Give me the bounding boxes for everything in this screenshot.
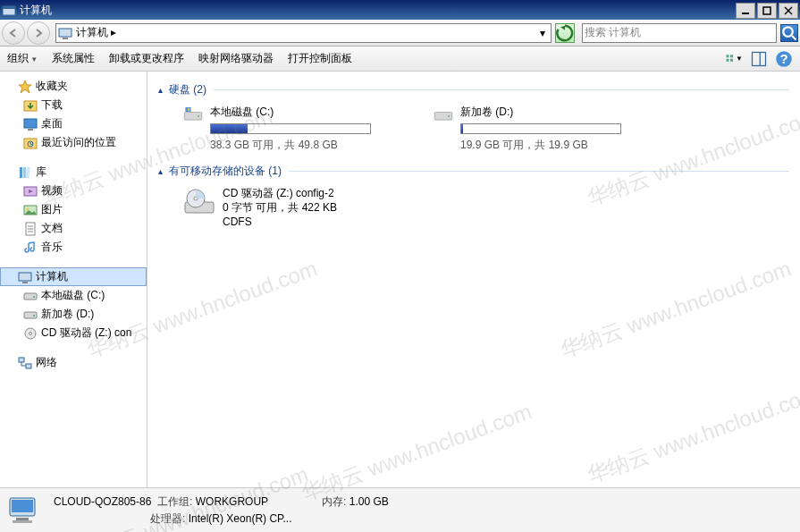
removable-line2: 0 字节 可用，共 422 KB	[223, 200, 337, 215]
sidebar-computer[interactable]: 计算机	[0, 267, 147, 286]
address-bar[interactable]: 计算机 ▸ ▾	[55, 23, 552, 43]
app-icon	[2, 4, 16, 18]
group-label: 有可移动存储的设备 (1)	[169, 164, 282, 179]
sidebar-item-pictures[interactable]: 图片	[0, 200, 147, 219]
svg-point-38	[33, 315, 35, 317]
refresh-button[interactable]	[555, 23, 575, 43]
drive-icon	[23, 289, 38, 303]
details-pane: CLOUD-QOZ805-86 工作组: WORKGROUP 内存: 1.00 …	[0, 487, 800, 532]
sidebar-item-label: 计算机	[36, 269, 68, 284]
command-bar: 组织 系统属性 卸载或更改程序 映射网络驱动器 打开控制面板 ▼ ?	[0, 46, 800, 72]
drive-icon	[23, 308, 38, 322]
sidebar-network[interactable]: 网络	[0, 353, 147, 372]
breadcrumb-dropdown-icon[interactable]: ▾	[536, 27, 549, 39]
documents-icon	[23, 222, 38, 236]
forward-button[interactable]	[27, 21, 50, 45]
drive-name: 新加卷 (D:)	[460, 105, 621, 120]
close-button[interactable]	[779, 3, 798, 19]
svg-rect-55	[13, 520, 32, 523]
status-memory: 1.00 GB	[349, 495, 389, 508]
svg-point-40	[29, 332, 32, 334]
downloads-icon	[23, 98, 38, 113]
drive-local-c[interactable]: 本地磁盘 (C:) 38.3 GB 可用，共 49.8 GB	[183, 105, 371, 153]
maximize-button[interactable]	[757, 3, 777, 19]
svg-rect-1	[3, 6, 15, 9]
svg-point-44	[198, 115, 199, 117]
svg-rect-25	[26, 167, 30, 178]
sidebar-item-documents[interactable]: 文档	[0, 219, 147, 238]
computer-large-icon	[7, 493, 43, 528]
sidebar-item-desktop[interactable]: 桌面	[0, 114, 147, 133]
cd-drive-icon	[23, 326, 38, 341]
cd-drive-icon	[183, 186, 215, 218]
sidebar-item-label: CD 驱动器 (Z:) con	[41, 325, 131, 341]
svg-rect-23	[20, 167, 22, 178]
sidebar-item-recent[interactable]: 最近访问的位置	[0, 133, 147, 152]
svg-rect-34	[22, 282, 28, 283]
window-controls	[736, 3, 798, 19]
sidebar-item-cd-drive-z[interactable]: CD 驱动器 (Z:) con	[0, 324, 147, 342]
search-input[interactable]: 搜索 计算机	[582, 23, 777, 43]
drive-cd-z[interactable]: CD 驱动器 (Z:) config-2 0 字节 可用，共 422 KB CD…	[183, 186, 789, 229]
sidebar-item-label: 库	[36, 165, 46, 180]
content-pane: ▴ 硬盘 (2) 本地磁盘 (C:) 38.3 GB 可用，共 49.8 GB …	[147, 72, 800, 487]
svg-point-48	[448, 115, 450, 117]
group-label: 硬盘 (2)	[169, 82, 206, 97]
svg-rect-46	[188, 108, 189, 110]
preview-pane-icon[interactable]	[750, 50, 768, 68]
organize-menu[interactable]: 组织	[7, 51, 38, 66]
music-icon	[23, 241, 38, 255]
cpu-label: 处理器:	[150, 512, 185, 525]
sidebar-favorites[interactable]: 收藏夹	[0, 77, 147, 96]
status-workgroup: WORKGROUP	[196, 495, 268, 508]
videos-icon	[23, 184, 38, 198]
sidebar-item-music[interactable]: 音乐	[0, 238, 147, 257]
sidebar-item-label: 桌面	[41, 116, 63, 131]
search-placeholder: 搜索 计算机	[585, 25, 774, 40]
group-header-removable[interactable]: ▴ 有可移动存储的设备 (1)	[158, 164, 789, 179]
svg-text:?: ?	[779, 51, 787, 66]
svg-rect-24	[23, 167, 26, 178]
svg-rect-14	[753, 52, 766, 65]
sidebar-item-label: 图片	[41, 202, 63, 217]
title-bar: 计算机	[0, 0, 800, 20]
capacity-bar	[210, 123, 371, 134]
status-cpu: Intel(R) Xeon(R) CP...	[189, 512, 292, 525]
memory-label: 内存:	[322, 495, 346, 508]
status-hostname: CLOUD-QOZ805-86	[54, 495, 151, 508]
collapse-icon[interactable]: ▴	[158, 85, 169, 95]
group-header-hdd[interactable]: ▴ 硬盘 (2)	[158, 82, 789, 97]
divider	[289, 171, 789, 172]
map-network-drive-button[interactable]: 映射网络驱动器	[198, 51, 274, 66]
view-options-icon[interactable]: ▼	[725, 50, 743, 68]
sidebar-item-local-disk-c[interactable]: 本地磁盘 (C:)	[0, 286, 147, 305]
drive-stats: 38.3 GB 可用，共 49.8 GB	[210, 138, 371, 153]
help-icon[interactable]: ?	[775, 50, 793, 68]
divider	[214, 89, 789, 90]
sidebar-item-downloads[interactable]: 下载	[0, 96, 147, 114]
open-control-panel-button[interactable]: 打开控制面板	[288, 51, 352, 66]
sidebar-item-label: 视频	[41, 183, 63, 198]
navigation-bar: 计算机 ▸ ▾ 搜索 计算机	[0, 20, 800, 46]
svg-rect-37	[24, 312, 37, 318]
search-button[interactable]	[780, 24, 798, 42]
drive-new-volume-d[interactable]: 新加卷 (D:) 19.9 GB 可用，共 19.9 GB	[434, 105, 621, 153]
collapse-icon[interactable]: ▴	[158, 166, 169, 176]
minimize-button[interactable]	[736, 3, 755, 19]
svg-rect-53	[12, 500, 33, 512]
recent-icon	[23, 136, 38, 150]
system-properties-button[interactable]: 系统属性	[52, 51, 95, 66]
sidebar-libraries[interactable]: 库	[0, 163, 147, 182]
sidebar-item-new-volume-d[interactable]: 新加卷 (D:)	[0, 305, 147, 324]
uninstall-programs-button[interactable]: 卸载或更改程序	[109, 51, 184, 66]
drive-icon	[183, 105, 203, 137]
drive-name: 本地磁盘 (C:)	[210, 105, 371, 120]
sidebar-item-videos[interactable]: 视频	[0, 182, 147, 200]
breadcrumb-text: 计算机 ▸	[76, 25, 536, 40]
svg-rect-10	[727, 55, 729, 58]
sidebar-item-label: 本地磁盘 (C:)	[41, 288, 105, 303]
back-button[interactable]	[2, 21, 25, 45]
sidebar-item-label: 下载	[41, 97, 63, 113]
svg-rect-35	[24, 293, 37, 300]
svg-rect-12	[727, 59, 729, 62]
